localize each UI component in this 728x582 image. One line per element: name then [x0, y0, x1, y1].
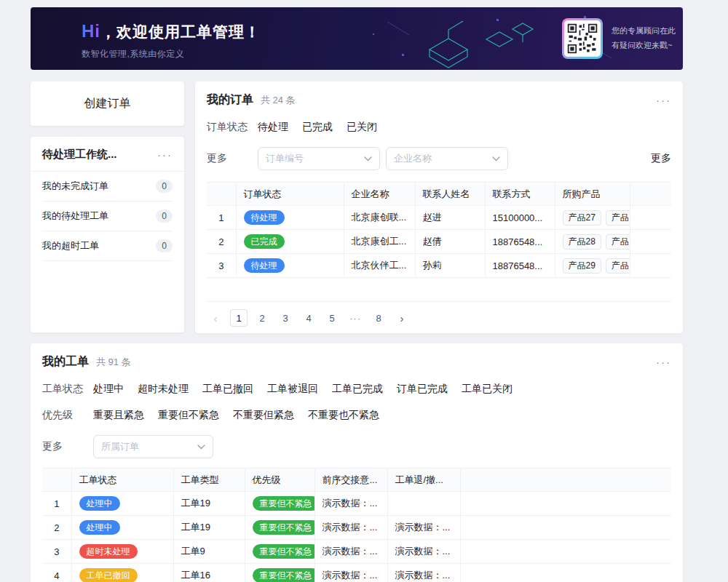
priority-filter-label: 优先级 [42, 409, 93, 422]
order-row[interactable]: 2 已完成 北京康创工... 赵倩 18876548... 产品28产品 [207, 230, 671, 254]
workorder-status-option[interactable]: 超时未处理 [138, 383, 189, 396]
company-select[interactable]: 企业名称 [386, 147, 508, 170]
order-no-select[interactable]: 订单编号 [258, 147, 380, 170]
priority-option[interactable]: 不重要但紧急 [233, 409, 294, 422]
workorder-status-badge: 处理中 [79, 520, 120, 535]
priority-options: 重要且紧急 重要但不紧急 不重要但紧急 不重要也不紧急 [93, 409, 379, 422]
pre-handover-cell: 演示数据：... [314, 492, 387, 516]
priority-cell: 重要但不紧急 [245, 516, 314, 540]
parent-order-select-placeholder: 所属订单 [101, 440, 139, 453]
priority-option[interactable]: 重要且紧急 [93, 409, 144, 422]
workorder-type-cell: 工单16 [173, 564, 245, 582]
qr-pattern [566, 23, 598, 55]
pre-handover-cell: 演示数据：... [314, 564, 387, 582]
orders-more-link[interactable]: 更多 [651, 152, 671, 165]
create-order-label: 创建订单 [84, 96, 131, 111]
page-prev-button[interactable]: ‹ [207, 309, 224, 327]
advisor-note-line2: 有疑问欢迎来戳~ [612, 39, 676, 53]
company-select-placeholder: 企业名称 [394, 152, 432, 165]
page-item[interactable]: 4 [300, 309, 317, 327]
workorder-status-option[interactable]: 工单已完成 [332, 383, 383, 396]
row-index-cell: 3 [42, 540, 71, 564]
workorder-status-option[interactable]: 处理中 [93, 383, 124, 396]
stats-item-label: 我的待处理工单 [42, 210, 108, 223]
page: Hi，欢迎使用工单管理！ 数智化管理,系统由你定义 [0, 0, 728, 582]
more-horizontal-icon[interactable]: ··· [157, 149, 173, 160]
workorder-status-option[interactable]: 工单被退回 [267, 383, 318, 396]
order-row[interactable]: 3 待处理 北京伙伴工... 孙莉 18876548... 产品29产品 [207, 254, 671, 278]
return-note-cell: 演示数据：... [387, 516, 460, 540]
chevron-down-icon [364, 156, 372, 162]
page-item[interactable]: 3 [277, 309, 294, 327]
chevron-down-icon [197, 445, 205, 450]
order-status-option[interactable]: 已关闭 [347, 121, 377, 134]
product-tag: 产品29 [563, 258, 601, 274]
row-index-cell: 1 [42, 492, 71, 516]
pre-handover-cell: 演示数据：... [314, 516, 387, 540]
empty-cell [630, 206, 671, 230]
stats-card-title: 待处理工作统... [42, 148, 117, 162]
stats-item-count: 0 [156, 239, 173, 252]
row-index-cell: 3 [207, 254, 236, 278]
workorder-status-cell: 工单已撤回 [71, 564, 173, 582]
row-index-cell: 1 [207, 206, 236, 230]
return-note-cell: 演示数据：... [387, 564, 460, 582]
page-item[interactable]: 2 [253, 309, 271, 327]
more-filters-label: 更多 [207, 152, 258, 165]
workorder-status-badge: 工单已撤回 [79, 568, 138, 582]
parent-order-select[interactable]: 所属订单 [93, 435, 213, 458]
workorder-row[interactable]: 2 处理中 工单19 重要但不紧急 演示数据：... 演示数据：... [42, 516, 671, 540]
workorder-row[interactable]: 1 处理中 工单19 重要但不紧急 演示数据：... [42, 492, 671, 516]
row-index-cell: 4 [42, 564, 71, 582]
priority-badge: 重要但不紧急 [253, 568, 315, 582]
order-row[interactable]: 1 待处理 北京康创联... 赵进 15100000... 产品27产品 [207, 206, 671, 230]
product-tag: 产品 [606, 234, 630, 250]
order-status-option[interactable]: 已完成 [302, 121, 333, 134]
header-cell: 所购产品 [555, 183, 630, 206]
stats-item-overdue-workorders[interactable]: 我的超时工单 0 [42, 231, 173, 261]
more-horizontal-icon[interactable]: ··· [656, 95, 671, 105]
banner-advisor-block: 您的专属顾问在此 有疑问欢迎来戳~ [562, 7, 676, 70]
workorder-row[interactable]: 3 超时未处理 工单9 重要但不紧急 演示数据：... 演示数据：... [42, 540, 671, 564]
page-item[interactable]: 8 [370, 309, 387, 327]
workorder-status-option[interactable]: 工单已撤回 [202, 383, 253, 396]
advisor-note: 您的专属顾问在此 有疑问欢迎来戳~ [612, 24, 676, 53]
page-item[interactable]: 5 [323, 309, 341, 327]
more-horizontal-icon[interactable]: ··· [656, 356, 671, 367]
page-ellipsis[interactable]: ··· [347, 309, 364, 327]
pending-stats-card: 待处理工作统... ··· 我的未完成订单 0 我的待处理工单 0 我的超时工单… [31, 137, 184, 332]
stats-item-label: 我的未完成订单 [42, 180, 108, 193]
workorder-status-cell: 处理中 [71, 492, 173, 516]
empty-cell [460, 540, 671, 564]
workorder-status-cell: 超时未处理 [71, 540, 173, 564]
stats-item-unfinished-orders[interactable]: 我的未完成订单 0 [42, 172, 173, 202]
header-cell: 联系人姓名 [415, 183, 485, 206]
header-cell: 前序交接意... [314, 469, 387, 492]
workorder-row[interactable]: 4 工单已撤回 工单16 重要但不紧急 演示数据：... 演示数据：... [42, 564, 671, 582]
products-cell: 产品28产品 [555, 230, 630, 254]
return-note-cell [387, 492, 460, 516]
page-next-button[interactable]: › [393, 309, 411, 327]
empty-cell [460, 516, 671, 540]
priority-option[interactable]: 不重要也不紧急 [308, 409, 379, 422]
stats-item-pending-workorders[interactable]: 我的待处理工单 0 [42, 202, 173, 231]
workorder-status-filter-label: 工单状态 [42, 383, 93, 396]
product-tag: 产品 [606, 210, 630, 226]
product-tag: 产品27 [563, 210, 601, 226]
priority-badge: 重要但不紧急 [253, 544, 315, 559]
priority-cell: 重要但不紧急 [245, 492, 314, 516]
create-order-button[interactable]: 创建订单 [31, 81, 184, 126]
workorder-status-option[interactable]: 订单已完成 [397, 383, 448, 396]
workorder-status-option[interactable]: 工单已关闭 [462, 383, 513, 396]
workorders-panel: 我的工单 共 91 条 ··· 工单状态 处理中 超时未处理 工单已撤回 工单被… [31, 343, 683, 582]
order-status-cell: 待处理 [236, 254, 344, 278]
priority-cell: 重要但不紧急 [245, 564, 314, 582]
chevron-down-icon [492, 156, 500, 162]
page-item[interactable]: 1 [230, 309, 248, 327]
empty-cell [460, 564, 671, 582]
order-status-option[interactable]: 待处理 [258, 121, 288, 134]
stats-item-count: 0 [156, 180, 173, 193]
product-tag: 产品 [606, 258, 630, 274]
priority-option[interactable]: 重要但不紧急 [158, 409, 219, 422]
company-cell: 北京康创工... [344, 230, 415, 254]
